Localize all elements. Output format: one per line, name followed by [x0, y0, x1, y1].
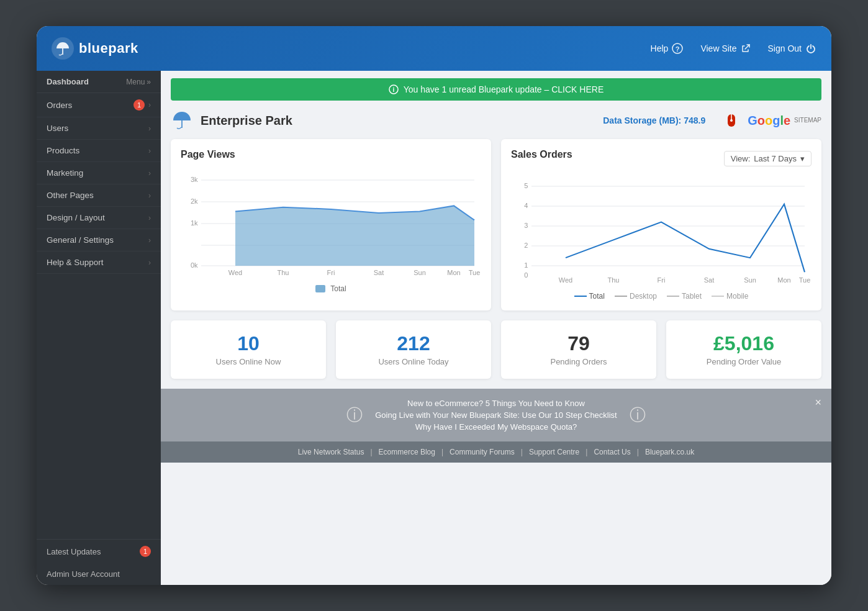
stat-pending-orders: 79 Pending Orders	[501, 320, 656, 379]
legend-desktop-line	[615, 296, 627, 297]
footer-link-community-forums[interactable]: Community Forums	[450, 448, 515, 456]
page-views-legend-label: Total	[330, 284, 346, 293]
stat-users-online-now: 10 Users Online Now	[171, 320, 326, 379]
design-layout-label: Design / Layout	[47, 213, 148, 222]
svg-text:3: 3	[524, 222, 528, 229]
stat-users-online-today: 212 Users Online Today	[336, 320, 491, 379]
help-button[interactable]: Help ?	[651, 43, 684, 54]
sidebar: Dashboard Menu » Orders 1 › Users ›	[37, 71, 161, 585]
footer-banner-close[interactable]: ×	[815, 396, 821, 409]
users-online-today-value: 212	[346, 333, 481, 355]
page-views-title: Page Views	[181, 149, 481, 160]
svg-rect-1	[62, 48, 63, 55]
sales-legend: Total Desktop Tablet Mobile	[511, 292, 811, 301]
footer-link-live-network[interactable]: Live Network Status	[298, 448, 364, 456]
latest-updates-item[interactable]: Latest Updates 1	[37, 540, 161, 563]
legend-total-line	[574, 296, 587, 297]
view-label: View:	[731, 154, 751, 163]
sep-4: |	[585, 448, 587, 456]
design-layout-arrow: ›	[148, 214, 151, 222]
svg-text:Wed: Wed	[559, 276, 573, 283]
svg-text:0: 0	[524, 271, 528, 278]
users-online-now-label: Users Online Now	[181, 357, 316, 366]
sep-1: |	[370, 448, 372, 456]
sidebar-item-general-settings[interactable]: General / Settings ›	[37, 229, 161, 251]
sidebar-item-marketing[interactable]: Marketing ›	[37, 162, 161, 184]
stats-row: 10 Users Online Now 212 Users Online Tod…	[161, 310, 831, 379]
footer-link-1[interactable]: New to eCommerce? 5 Things You Need to K…	[407, 399, 585, 408]
svg-text:Tue: Tue	[469, 269, 481, 276]
logo-text: bluepark	[79, 40, 138, 57]
sidebar-item-design-layout[interactable]: Design / Layout ›	[37, 207, 161, 229]
svg-text:Thu: Thu	[278, 269, 289, 276]
sep-5: |	[637, 448, 639, 456]
sales-orders-chart: 5 4 3 2 1 0 Wed Thu Fri Sat	[511, 175, 811, 287]
site-info-row: Enterprise Park Data Storage (MB): 748.9…	[161, 101, 831, 137]
notification-bar[interactable]: i You have 1 unread Bluepark update – CL…	[171, 78, 821, 101]
power-icon	[805, 43, 816, 54]
marketing-label: Marketing	[47, 168, 148, 178]
svg-text:i: i	[392, 86, 394, 93]
sign-out-button[interactable]: Sign Out	[768, 43, 816, 54]
legend-total-label: Total	[589, 292, 605, 301]
svg-text:3k: 3k	[191, 176, 198, 183]
legend-tablet-label: Tablet	[682, 292, 702, 301]
notification-text: You have 1 unread Bluepark update – CLIC…	[404, 84, 604, 94]
svg-rect-6	[181, 120, 183, 128]
other-pages-label: Other Pages	[47, 191, 148, 200]
sidebar-item-help-support[interactable]: Help & Support ›	[37, 251, 161, 274]
sidebar-item-users[interactable]: Users ›	[37, 117, 161, 140]
sidebar-nav: Orders 1 › Users › Products › Marketing	[37, 93, 161, 539]
svg-text:Wed: Wed	[228, 269, 243, 276]
admin-user-item[interactable]: Admin User Account	[37, 563, 161, 585]
charts-row: Page Views 3k 2k 1k 0k	[161, 139, 831, 310]
users-online-now-value: 10	[181, 333, 316, 355]
svg-text:Mon: Mon	[447, 269, 461, 276]
latest-updates-label: Latest Updates	[47, 547, 101, 556]
view-period-select[interactable]: View: Last 7 Days ▾	[724, 151, 811, 166]
google-text: Google	[748, 114, 790, 128]
info-icon-right: ⓘ	[630, 404, 646, 426]
legend-mobile-line	[712, 296, 724, 297]
mouse-icon	[723, 112, 740, 129]
footer-link-2[interactable]: Going Live with Your New Bluepark Site: …	[375, 410, 617, 420]
sidebar-item-orders[interactable]: Orders 1 ›	[37, 93, 161, 117]
info-icon-left: ⓘ	[346, 404, 363, 426]
svg-text:?: ?	[676, 45, 680, 53]
main-layout: Dashboard Menu » Orders 1 › Users ›	[37, 71, 831, 585]
svg-text:2: 2	[524, 242, 528, 248]
footer-link-3[interactable]: Why Have I Exceeded My Webspace Quota?	[415, 422, 577, 432]
sitemap-label: SITEMAP	[794, 117, 821, 124]
footer-link-bluepark[interactable]: Bluepark.co.uk	[645, 448, 694, 456]
footer-link-contact-us[interactable]: Contact Us	[594, 448, 630, 456]
legend-tablet-line	[667, 296, 679, 297]
svg-text:Fri: Fri	[658, 276, 666, 283]
pending-order-value: £5,016	[676, 333, 811, 355]
svg-text:Fri: Fri	[327, 269, 335, 276]
orders-badge: 1	[133, 99, 145, 111]
footer-link-ecommerce-blog[interactable]: Ecommerce Blog	[379, 448, 435, 456]
orders-arrow: ›	[148, 101, 151, 109]
period-label: Last 7 Days	[754, 154, 797, 163]
menu-arrows: »	[147, 78, 151, 86]
view-site-button[interactable]: View Site	[700, 43, 750, 53]
sidebar-item-products[interactable]: Products ›	[37, 140, 161, 162]
pending-order-value-label: Pending Order Value	[676, 357, 811, 366]
marketing-arrow: ›	[148, 169, 151, 178]
footer-bottom: Live Network Status | Ecommerce Blog | C…	[161, 441, 831, 463]
svg-text:Tue: Tue	[799, 276, 811, 283]
sidebar-item-other-pages[interactable]: Other Pages ›	[37, 184, 161, 207]
header-actions: Help ? View Site Sign Out	[651, 43, 816, 54]
help-icon: ?	[672, 43, 683, 54]
svg-text:Thu: Thu	[608, 276, 620, 283]
svg-text:0k: 0k	[191, 261, 198, 268]
help-support-arrow: ›	[148, 258, 151, 267]
svg-text:4: 4	[524, 202, 528, 209]
users-arrow: ›	[148, 124, 151, 133]
general-settings-arrow: ›	[148, 236, 151, 245]
footer-banner-content: ⓘ New to eCommerce? 5 Things You Need to…	[186, 399, 807, 432]
sales-orders-header: Sales Orders View: Last 7 Days ▾	[511, 149, 811, 168]
footer-link-support-centre[interactable]: Support Centre	[529, 448, 579, 456]
app-frame: bluepark Help ? View Site Sign Out	[37, 26, 831, 585]
help-support-label: Help & Support	[47, 258, 148, 267]
